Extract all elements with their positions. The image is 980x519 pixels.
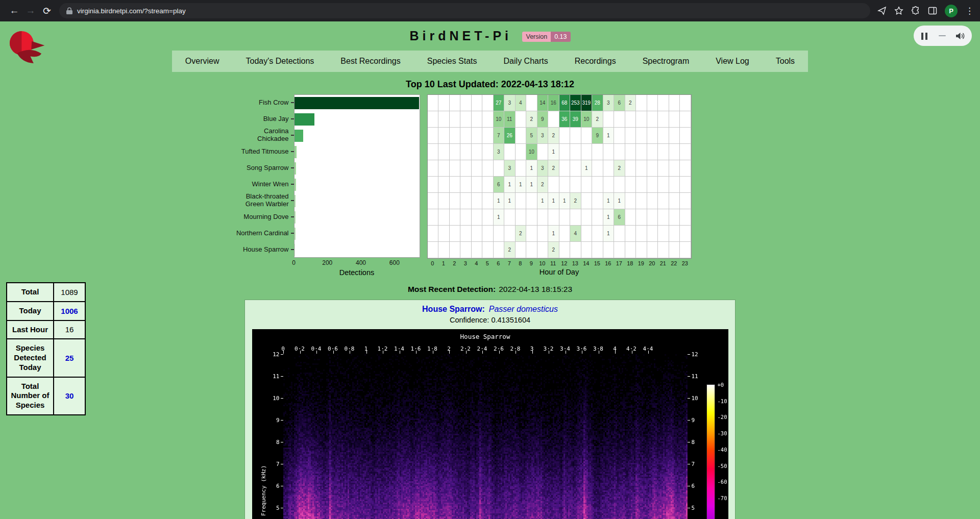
- url-text[interactable]: virginia.birdnetpi.com/?stream=play: [77, 7, 186, 15]
- pause-button[interactable]: [920, 31, 928, 40]
- nav-item-recordings[interactable]: Recordings: [561, 51, 629, 72]
- heatmap-cell: 36: [559, 111, 571, 128]
- heatmap-cell: [581, 209, 593, 226]
- freq-label-left: 8: [261, 439, 280, 446]
- speaker-icon[interactable]: [955, 32, 965, 40]
- stat-label: Total: [7, 283, 54, 302]
- heatmap-cell: 1: [526, 177, 537, 193]
- heatmap-cell: 1: [581, 160, 593, 177]
- heatmap-cell: [559, 242, 571, 258]
- heatmap-cell: [482, 95, 494, 111]
- bookmark-star-icon[interactable]: [894, 6, 903, 15]
- padlock-icon: [66, 7, 72, 14]
- heatmap-cell: [428, 144, 439, 160]
- volume-slider[interactable]: [939, 35, 946, 36]
- nav-item-spectrogram[interactable]: Spectrogram: [629, 51, 703, 72]
- heatmap-cell: [570, 242, 581, 258]
- heatmap-cell: [438, 95, 450, 111]
- table-row: Today1006: [7, 302, 85, 320]
- time-label: 0·6: [328, 345, 338, 352]
- heatmap-cell: [428, 177, 439, 193]
- heatmap-cell: [647, 95, 658, 111]
- bar-xtick-label: 200: [322, 259, 332, 266]
- nav-item-best-recordings[interactable]: Best Recordings: [327, 51, 413, 72]
- heatmap-cell: [647, 177, 658, 193]
- heatmap-cell: 3: [504, 95, 516, 111]
- freq-label-left: 9: [261, 417, 280, 424]
- heatmap-cell: [625, 111, 636, 128]
- heatmap-cell: [669, 177, 680, 193]
- heatmap-cell: [537, 144, 549, 160]
- species-common-name[interactable]: House Sparrow:: [422, 305, 485, 313]
- bar-x-ticks: 0200400600: [294, 259, 420, 267]
- heatmap-cell: [482, 209, 494, 226]
- db-label: -60: [718, 479, 727, 485]
- reload-icon[interactable]: ⟳: [39, 3, 55, 19]
- heatmap-cell: [428, 209, 439, 226]
- forward-icon[interactable]: →: [22, 3, 39, 19]
- heatmap-cell: [438, 128, 450, 144]
- extensions-icon[interactable]: [911, 6, 920, 15]
- heatmap-cell: [625, 193, 636, 209]
- freq-label-right: 7: [692, 461, 695, 467]
- recent-detection-panel: House Sparrow:Passer domesticus Confiden…: [244, 300, 736, 519]
- freq-label-left: 6: [261, 483, 280, 489]
- species-label-song-sparrow: Song Sparrow: [217, 160, 294, 176]
- freq-label-right: 12: [692, 351, 698, 358]
- heatmap-cell: 1: [537, 193, 549, 209]
- side-panel-icon[interactable]: [928, 6, 937, 15]
- profile-avatar[interactable]: P: [945, 5, 958, 17]
- heatmap-cell: [625, 177, 636, 193]
- heatmap-cell: [438, 242, 450, 258]
- stat-label: Species Detected Today: [7, 339, 54, 377]
- nav-item-view-log[interactable]: View Log: [702, 51, 763, 72]
- site-header: BirdNET-Pi Version 0.13: [0, 21, 980, 43]
- heatmap-cell: [516, 193, 527, 209]
- heatmap-cell: [548, 209, 559, 226]
- heatmap-cell: 5: [526, 128, 537, 144]
- heatmap-cell: [559, 177, 571, 193]
- nav-item-tools[interactable]: Tools: [763, 51, 808, 72]
- heatmap-cell: [669, 193, 680, 209]
- nav-item-overview[interactable]: Overview: [172, 51, 233, 72]
- most-recent-label: Most Recent Detection:: [408, 285, 496, 293]
- species-label-blue-jay: Blue Jay: [217, 111, 294, 127]
- heatmap-cell: [592, 193, 603, 209]
- heatmap-cell: [636, 177, 647, 193]
- heatmap-cell: [647, 144, 658, 160]
- hour-tick-label: 15: [592, 260, 603, 266]
- time-label: 1·6: [411, 345, 421, 352]
- nav-item-daily-charts[interactable]: Daily Charts: [491, 51, 561, 72]
- heatmap-cell: [472, 160, 483, 177]
- species-label-winter-wren: Winter Wren: [217, 176, 294, 192]
- bar-xtick-label: 400: [356, 259, 366, 266]
- heatmap-cell: [669, 209, 680, 226]
- menu-icon[interactable]: ⋮: [965, 7, 974, 15]
- heatmap-cell: [658, 128, 669, 144]
- heatmap-cell: 4: [570, 226, 581, 242]
- heatmap-cell: [516, 160, 527, 177]
- stat-value[interactable]: 30: [54, 377, 85, 415]
- heatmap-x-axis-title: Hour of Day: [427, 268, 692, 276]
- bar-plot-area: [294, 94, 420, 258]
- address-bar[interactable]: virginia.birdnetpi.com/?stream=play: [59, 3, 870, 18]
- nav-item-today-s-detections[interactable]: Today's Detections: [233, 51, 328, 72]
- hour-tick-label: 18: [625, 260, 636, 266]
- heatmap-cell: [460, 242, 472, 258]
- stat-value[interactable]: 1006: [54, 302, 85, 320]
- audio-player[interactable]: [914, 26, 972, 46]
- heatmap-cell: [482, 226, 494, 242]
- db-label: -70: [718, 495, 727, 501]
- nav-item-species-stats[interactable]: Species Stats: [414, 51, 491, 72]
- back-icon[interactable]: ←: [6, 3, 22, 19]
- send-icon[interactable]: [877, 6, 887, 15]
- stat-value[interactable]: 25: [54, 339, 85, 377]
- heatmap-cell: [559, 160, 571, 177]
- heatmap-cell: 3: [537, 128, 549, 144]
- heatmap-cell: [658, 226, 669, 242]
- species-label-northern-cardinal: Northern Cardinal: [217, 225, 294, 241]
- heatmap-cell: [482, 160, 494, 177]
- heatmap-cell: [658, 111, 669, 128]
- hour-tick-label: 12: [559, 260, 570, 266]
- heatmap-cell: [647, 242, 658, 258]
